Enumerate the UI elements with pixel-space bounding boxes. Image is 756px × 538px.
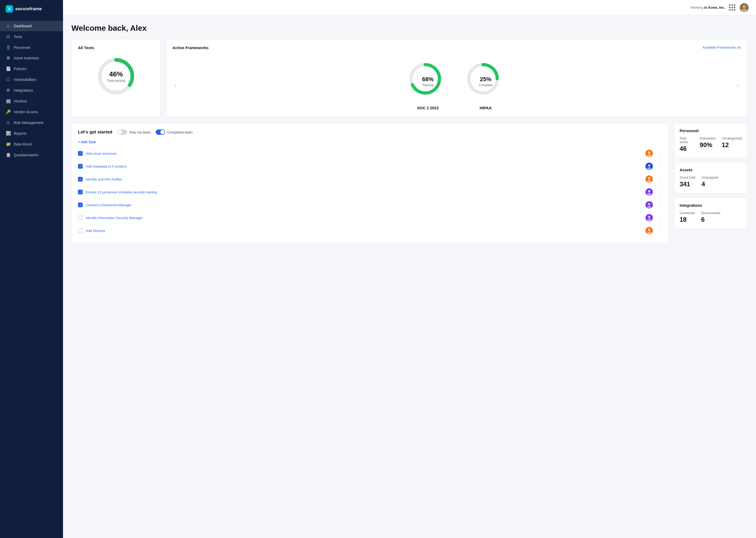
bottom-row: Let's get started Only my tasks Complete…: [71, 123, 748, 244]
available-frameworks-link[interactable]: Available Frameworks (4): [702, 45, 741, 49]
sidebar-item-vendors[interactable]: 🏢 Vendors: [0, 96, 63, 106]
sidebar-item-risk-management[interactable]: ⚠ Risk Management: [0, 117, 63, 128]
tests-icon: ☑: [6, 34, 11, 39]
task-menu-button[interactable]: ⋮: [656, 188, 662, 196]
sidebar-item-personnel[interactable]: 👤 Personnel: [0, 42, 63, 53]
sidebar-item-label: Vendors: [14, 99, 27, 103]
next-framework-button[interactable]: ›: [735, 81, 741, 89]
risk-management-icon: ⚠: [6, 120, 11, 125]
completed-toggle[interactable]: [156, 130, 165, 135]
svg-point-23: [647, 206, 651, 209]
toggle-completed: Completed tasks: [156, 130, 193, 135]
sidebar-item-vulnerabilities[interactable]: ⬡ Vulnerabilities: [0, 74, 63, 85]
avatar-image: [645, 163, 653, 170]
add-task-button[interactable]: + Add Task: [78, 140, 662, 144]
task-label[interactable]: Add Devices: [86, 229, 642, 233]
sidebar-item-asset-inventory[interactable]: 🖥 Asset Inventory: [0, 53, 63, 63]
svg-point-28: [648, 229, 650, 231]
assets-unassigned-value: 4: [701, 181, 718, 188]
task-avatar: [645, 176, 653, 183]
task-avatar: [645, 188, 653, 196]
task-checkbox[interactable]: [78, 177, 83, 182]
sidebar-item-label: Data Room: [14, 142, 32, 146]
assets-stats-row: Grand total 341 ↑ Unassigned 4: [680, 176, 742, 188]
task-label[interactable]: Add cloud resources: [86, 152, 642, 155]
task-label[interactable]: Connect a Password Manager: [86, 203, 642, 207]
toggle-my-tasks: Only my tasks: [118, 130, 151, 135]
donut-label: Total passing: [107, 79, 125, 82]
task-item: Add cloud resources ⋮: [78, 147, 662, 160]
integrations-card: Integrations Connected 18 Disconnected 6: [674, 197, 748, 229]
sidebar-item-questionnaires[interactable]: 📋 Questionnaires: [0, 149, 63, 160]
task-menu-button[interactable]: ⋮: [656, 176, 662, 183]
assets-grand-total: Grand total 341 ↑: [680, 176, 695, 188]
personnel-onboarded: Onboarded 90%: [700, 136, 716, 152]
task-label[interactable]: Identify and Hire Auditor: [86, 177, 642, 181]
svg-point-11: [647, 154, 651, 157]
svg-point-22: [648, 203, 650, 205]
svg-point-20: [647, 193, 651, 196]
task-avatar: [645, 227, 653, 234]
assets-grand-total-value: 341 ↑: [680, 181, 695, 188]
vendors-icon: 🏢: [6, 98, 11, 103]
task-checkbox[interactable]: [78, 202, 83, 207]
sidebar-item-label: Vulnerabilities: [14, 78, 36, 82]
policies-icon: 📄: [6, 66, 11, 71]
personnel-stats-row: Total active 46 Onboarded 90% Uncategori…: [680, 136, 742, 152]
task-label[interactable]: Add metadata to 5 vendors: [86, 164, 642, 168]
assets-title: Assets: [680, 168, 742, 172]
sidebar-item-integrations[interactable]: ⚙ Integrations: [0, 85, 63, 96]
disconnected-value: 6: [701, 216, 720, 223]
task-item: Ensure 13 personnel complete security tr…: [78, 186, 662, 198]
sidebar-item-data-room[interactable]: 📁 Data Room: [0, 139, 63, 149]
task-menu-button[interactable]: ⋮: [656, 150, 662, 157]
frameworks-row: ‹ 68% Passing: [172, 60, 741, 110]
svg-point-29: [647, 232, 651, 234]
questionnaires-icon: 📋: [6, 152, 11, 157]
sidebar-item-label: Reports: [14, 131, 26, 135]
my-tasks-toggle[interactable]: [118, 130, 127, 135]
frameworks-card: Active Frameworks Available Frameworks (…: [166, 39, 748, 117]
assets-unassigned: Unassigned 4: [701, 176, 718, 188]
sidebar: S secureframe ⌂ Dashboard☑ Tests👤 Person…: [0, 0, 63, 538]
task-menu-button[interactable]: ⋮: [656, 214, 662, 221]
sidebar-item-label: Asset Inventory: [14, 56, 39, 60]
task-menu-button[interactable]: ⋮: [656, 163, 662, 170]
all-tests-card: All Tests 46% Total passing: [71, 39, 161, 117]
task-checkbox[interactable]: [78, 228, 83, 233]
personnel-total-value: 46: [680, 145, 693, 152]
task-label[interactable]: Identify Information Security Manager: [86, 216, 642, 220]
sidebar-item-tests[interactable]: ☑ Tests: [0, 31, 63, 42]
prev-framework-button[interactable]: ‹: [172, 81, 178, 89]
task-label[interactable]: Ensure 13 personnel complete security tr…: [86, 190, 642, 194]
task-checkbox[interactable]: [78, 215, 83, 220]
main-content: Working in Acme, Inc. Welcome back, Alex…: [63, 0, 756, 538]
personnel-onboarded-value: 90%: [700, 141, 716, 149]
task-menu-button[interactable]: ⋮: [656, 201, 662, 209]
svg-point-1: [743, 5, 746, 8]
svg-point-13: [648, 164, 650, 167]
task-checkbox[interactable]: [78, 190, 83, 194]
sidebar-nav: ⌂ Dashboard☑ Tests👤 Personnel🖥 Asset Inv…: [0, 18, 63, 538]
task-checkbox[interactable]: [78, 164, 83, 169]
sidebar-item-dashboard[interactable]: ⌂ Dashboard: [0, 21, 63, 31]
sidebar-item-policies[interactable]: 📄 Policies: [0, 63, 63, 74]
avatar[interactable]: [740, 3, 749, 12]
avatar-image: [645, 176, 653, 183]
task-menu-button[interactable]: ⋮: [656, 227, 662, 234]
task-checkbox[interactable]: [78, 151, 83, 156]
dashboard-icon: ⌂: [6, 24, 11, 28]
disconnected-label: Disconnected: [701, 211, 720, 215]
integrations-icon: ⚙: [6, 88, 11, 93]
logo-icon: S: [6, 5, 13, 13]
apps-grid-icon[interactable]: [729, 4, 735, 11]
task-avatar: [645, 150, 653, 157]
sidebar-item-reports[interactable]: 📊 Reports: [0, 128, 63, 139]
hipaa-center: 25% Complete: [479, 76, 492, 87]
svg-point-26: [647, 219, 651, 221]
sidebar-item-label: Integrations: [14, 88, 33, 92]
sidebar-logo: S secureframe: [0, 0, 63, 18]
sidebar-item-vendor-access[interactable]: 🔑 Vendor Access: [0, 106, 63, 117]
frameworks-items: 68% Passing SOC 2 2022: [181, 60, 732, 110]
sidebar-item-label: Policies: [14, 67, 26, 71]
